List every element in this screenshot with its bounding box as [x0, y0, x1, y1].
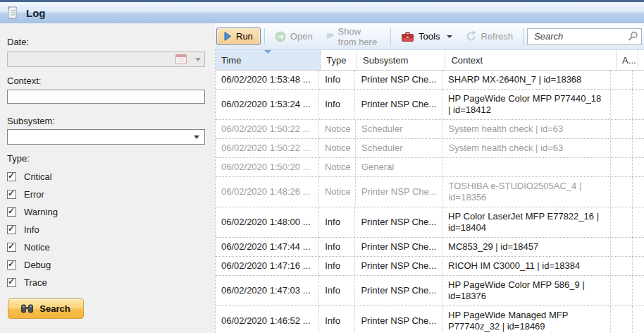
- show-from-here-button[interactable]: Show from here: [319, 23, 387, 50]
- cell-context: TOSHIBA e-STUDIO2505AC_4 | id=18356: [442, 177, 611, 207]
- cell-filler: [633, 276, 644, 305]
- context-input[interactable]: [7, 90, 205, 104]
- table-row[interactable]: 06/02/2020 1:47:16 ... Info Printer NSP …: [216, 257, 644, 276]
- type-checkbox[interactable]: Debug: [7, 256, 205, 274]
- cell-context: RICOH IM C3000_11 | id=18384: [442, 257, 611, 275]
- column-header-time[interactable]: Time: [216, 50, 321, 70]
- cell-type: Info: [319, 276, 355, 305]
- date-input[interactable]: [7, 52, 205, 67]
- play-icon: [224, 32, 231, 41]
- cell-filler: [633, 306, 644, 333]
- page-title: Log: [26, 7, 46, 19]
- checkbox-label: Notice: [24, 242, 50, 253]
- type-checkbox[interactable]: Error: [7, 186, 205, 203]
- cell-subsystem: Scheduler: [356, 139, 443, 157]
- checkbox-icon[interactable]: [7, 172, 16, 181]
- table-row[interactable]: 06/02/2020 1:53:48 ... Info Printer NSP …: [216, 71, 644, 90]
- cell-time: 06/02/2020 1:48:00 ...: [216, 207, 319, 237]
- type-checkbox[interactable]: Warning: [7, 203, 205, 221]
- cell-attachment: [611, 158, 633, 176]
- cell-attachment: [611, 238, 633, 256]
- cell-type: Info: [319, 306, 355, 333]
- date-dropdown-arrow-icon[interactable]: [195, 58, 201, 61]
- cell-time: 06/02/2020 1:48:26 ...: [216, 177, 319, 207]
- type-label: Type:: [7, 153, 205, 164]
- cell-filler: [633, 238, 644, 256]
- cell-subsystem: Printer NSP Che...: [355, 238, 442, 256]
- search-button[interactable]: Search: [8, 298, 84, 319]
- type-checkbox[interactable]: Info: [7, 221, 205, 238]
- cell-context: HP PageWide Color MFP 586_9 | id=18376: [442, 276, 611, 305]
- calendar-icon: [175, 54, 187, 64]
- column-header-type-label: Type: [326, 55, 346, 66]
- cell-type: Notice: [319, 120, 356, 138]
- chevron-down-icon: [447, 35, 452, 38]
- table-header: Time Type Subsystem Context A...: [216, 50, 644, 71]
- table-row[interactable]: 06/02/2020 1:48:26 ... Notice Printer NS…: [216, 177, 644, 207]
- checkbox-icon[interactable]: [7, 190, 16, 199]
- cell-attachment: [611, 71, 633, 89]
- subsystem-label: Subsystem:: [7, 116, 205, 126]
- tools-button[interactable]: Tools: [395, 28, 459, 44]
- table-row[interactable]: 06/02/2020 1:47:03 ... Info Printer NSP …: [216, 276, 644, 306]
- open-icon: [275, 31, 286, 42]
- column-header-a[interactable]: A...: [617, 50, 638, 70]
- run-button-label: Run: [236, 31, 253, 42]
- cell-attachment: [611, 90, 633, 119]
- main-pane: Run Open Show from here: [215, 23, 644, 333]
- table-row[interactable]: 06/02/2020 1:46:52 ... Info Printer NSP …: [216, 306, 644, 333]
- cell-filler: [633, 139, 644, 157]
- type-checkbox-list: Critical Error Warning Info Notice Debug…: [7, 168, 205, 291]
- table-row[interactable]: 06/02/2020 1:47:44 ... Info Printer NSP …: [216, 238, 644, 257]
- binoculars-icon: [21, 304, 33, 313]
- checkbox-label: Critical: [24, 171, 52, 182]
- table-row[interactable]: 06/02/2020 1:48:00 ... Info Printer NSP …: [216, 207, 644, 238]
- open-button-label: Open: [290, 31, 313, 42]
- checkbox-icon[interactable]: [7, 278, 16, 287]
- cell-type: Notice: [319, 158, 356, 176]
- column-header-type[interactable]: Type: [321, 50, 357, 70]
- sort-descending-icon: [264, 50, 271, 54]
- checkbox-icon[interactable]: [7, 260, 16, 270]
- checkbox-label: Info: [24, 224, 39, 235]
- cell-subsystem: Printer NSP Che...: [355, 257, 442, 275]
- cell-time: 06/02/2020 1:46:52 ...: [216, 306, 319, 333]
- open-button[interactable]: Open: [268, 28, 319, 45]
- tools-button-label: Tools: [419, 31, 440, 42]
- column-header-filler: [638, 50, 644, 70]
- cell-context: HP PageWide Color MFP P77440_18 | id=184…: [442, 90, 611, 119]
- checkbox-icon[interactable]: [7, 207, 16, 217]
- cell-time: 06/02/2020 1:47:44 ...: [216, 238, 319, 256]
- table-row[interactable]: 06/02/2020 1:50:20 ... Notice General: [216, 158, 644, 177]
- title-bar: Log: [0, 0, 644, 23]
- table-row[interactable]: 06/02/2020 1:50:22 ... Notice Scheduler …: [216, 139, 644, 158]
- cell-subsystem: Printer NSP Che...: [356, 177, 443, 207]
- type-checkbox[interactable]: Critical: [7, 168, 205, 186]
- subsystem-dropdown[interactable]: [7, 129, 205, 145]
- checkbox-icon[interactable]: [7, 243, 16, 252]
- toolbar-separator: [390, 28, 391, 45]
- checkbox-icon[interactable]: [7, 225, 16, 234]
- cell-attachment: [611, 306, 633, 333]
- cell-attachment: [611, 207, 633, 237]
- table-body: 06/02/2020 1:53:48 ... Info Printer NSP …: [216, 71, 644, 333]
- log-table: Time Type Subsystem Context A...: [215, 50, 644, 333]
- type-checkbox[interactable]: Notice: [7, 238, 205, 256]
- column-header-context[interactable]: Context: [445, 50, 617, 70]
- type-checkbox[interactable]: Trace: [7, 274, 205, 291]
- log-window: Log Date: Context: Subsystem: Type: Crit…: [0, 0, 644, 333]
- cell-attachment: [611, 257, 633, 275]
- cell-time: 06/02/2020 1:47:16 ...: [216, 257, 319, 275]
- search-icon: [628, 31, 638, 42]
- cell-type: Info: [319, 207, 355, 237]
- search-input[interactable]: [533, 30, 628, 42]
- cell-subsystem: Printer NSP Che...: [355, 71, 442, 89]
- table-row[interactable]: 06/02/2020 1:53:24 ... Info Printer NSP …: [216, 90, 644, 120]
- run-button[interactable]: Run: [216, 28, 261, 45]
- refresh-button[interactable]: Refresh: [459, 28, 519, 44]
- table-row[interactable]: 06/02/2020 1:50:22 ... Notice Scheduler …: [216, 120, 644, 139]
- cell-filler: [633, 207, 644, 237]
- cell-subsystem: Printer NSP Che...: [355, 306, 442, 333]
- cell-type: Notice: [319, 177, 356, 207]
- column-header-subsystem[interactable]: Subsystem: [357, 50, 445, 70]
